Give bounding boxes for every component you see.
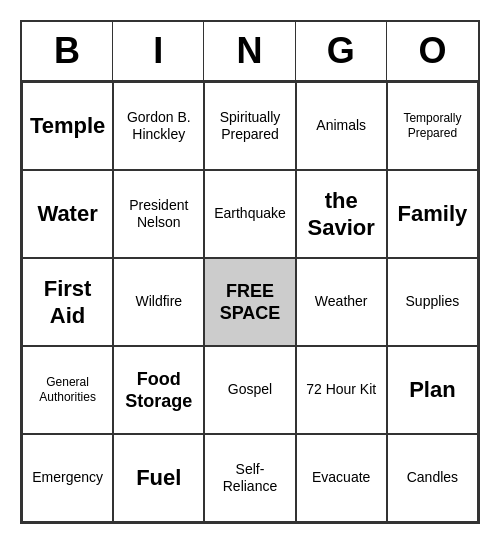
bingo-cell-21: Fuel: [113, 434, 204, 522]
bingo-cell-9: Family: [387, 170, 478, 258]
bingo-cell-24: Candles: [387, 434, 478, 522]
bingo-letter-g: G: [296, 22, 387, 80]
bingo-cell-18: 72 Hour Kit: [296, 346, 387, 434]
bingo-letter-o: O: [387, 22, 478, 80]
bingo-cell-3: Animals: [296, 82, 387, 170]
bingo-cell-13: Weather: [296, 258, 387, 346]
bingo-cell-17: Gospel: [204, 346, 295, 434]
bingo-cell-5: Water: [22, 170, 113, 258]
bingo-cell-12: FREE SPACE: [204, 258, 295, 346]
bingo-cell-22: Self-Reliance: [204, 434, 295, 522]
bingo-cell-7: Earthquake: [204, 170, 295, 258]
bingo-cell-23: Evacuate: [296, 434, 387, 522]
bingo-cell-2: Spiritually Prepared: [204, 82, 295, 170]
bingo-letter-b: B: [22, 22, 113, 80]
bingo-card: BINGO TempleGordon B. HinckleySpirituall…: [20, 20, 480, 524]
bingo-cell-4: Temporally Prepared: [387, 82, 478, 170]
bingo-grid: TempleGordon B. HinckleySpiritually Prep…: [22, 82, 478, 522]
bingo-cell-1: Gordon B. Hinckley: [113, 82, 204, 170]
bingo-letter-i: I: [113, 22, 204, 80]
bingo-cell-6: President Nelson: [113, 170, 204, 258]
bingo-cell-11: Wildfire: [113, 258, 204, 346]
bingo-cell-16: Food Storage: [113, 346, 204, 434]
bingo-cell-20: Emergency: [22, 434, 113, 522]
bingo-cell-0: Temple: [22, 82, 113, 170]
bingo-letter-n: N: [204, 22, 295, 80]
bingo-cell-14: Supplies: [387, 258, 478, 346]
bingo-cell-8: the Savior: [296, 170, 387, 258]
bingo-cell-10: First Aid: [22, 258, 113, 346]
bingo-cell-19: Plan: [387, 346, 478, 434]
bingo-header: BINGO: [22, 22, 478, 82]
bingo-cell-15: General Authorities: [22, 346, 113, 434]
